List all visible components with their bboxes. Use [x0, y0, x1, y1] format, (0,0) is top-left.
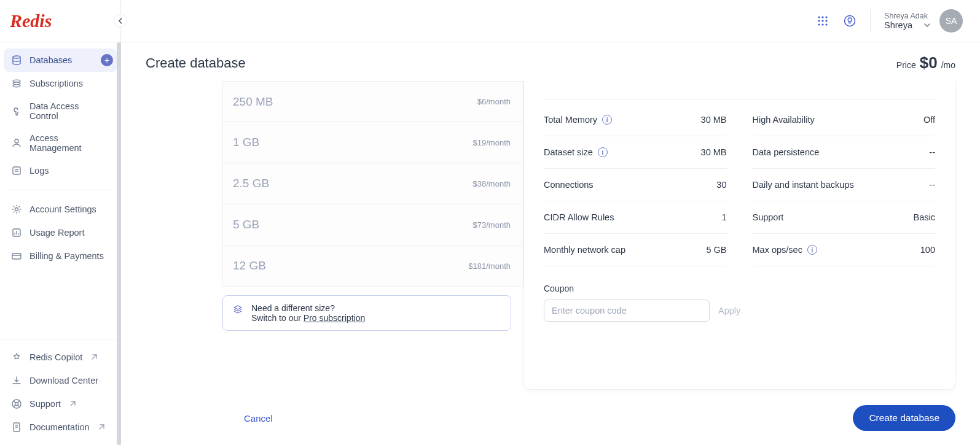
detail-row: Monthly network cap5 GB [544, 234, 727, 266]
chevron-down-icon [923, 21, 931, 29]
nav-label: Download Center [29, 376, 98, 385]
divider [870, 9, 871, 33]
detail-row: SupportBasic [753, 201, 936, 234]
sidebar-item-databases[interactable]: Databases+ [4, 48, 117, 72]
brand-logo[interactable]: Redis [10, 10, 52, 31]
price-display: Price $0/mo [896, 53, 955, 72]
pro-hint-line1: Need a different size? [251, 303, 365, 313]
info-icon[interactable]: i [602, 115, 612, 125]
detail-label: High Availability [753, 115, 815, 125]
coupon-section: Coupon Apply [544, 284, 935, 322]
tier-option[interactable]: 250 MB$6/month [222, 81, 523, 122]
detail-value: Off [923, 115, 935, 125]
nav: Databases+SubscriptionsData Access Contr… [0, 42, 120, 339]
detail-row: Total Memory i30 MB [544, 104, 727, 136]
tier-option[interactable]: 1 GB$19/month [222, 122, 523, 163]
pro-subscription-link[interactable]: Pro subscription [304, 313, 365, 323]
svg-point-12 [821, 20, 823, 21]
detail-label: Daily and instant backups [753, 180, 854, 190]
add-database-icon[interactable]: + [101, 54, 113, 66]
detail-label: Max ops/sec i [753, 245, 817, 255]
sidebar-item-data-access-control[interactable]: Data Access Control [4, 95, 117, 127]
sidebar-item-redis-copilot[interactable]: Redis Copilot [4, 346, 117, 369]
usage-report-icon [11, 227, 22, 238]
topbar: Shreya Adak Shreya SA [121, 0, 980, 42]
page-header: Create database Price $0/mo [121, 42, 980, 81]
sidebar-item-account-settings[interactable]: Account Settings [4, 198, 117, 221]
detail-row: CIDR Allow Rules1 [544, 201, 727, 234]
coupon-apply-button[interactable]: Apply [718, 306, 740, 315]
logo-area: Redis [0, 0, 120, 42]
info-icon[interactable]: i [598, 147, 608, 157]
detail-label: Dataset size i [544, 147, 608, 157]
detail-label: Support [753, 212, 784, 222]
detail-label: CIDR Allow Rules [544, 212, 614, 222]
account-settings-icon [11, 204, 22, 215]
tier-list: 250 MB$6/month1 GB$19/month2.5 GB$38/mon… [222, 81, 523, 331]
plan-details: Total Memory i30 MBDataset size i30 MBCo… [523, 81, 955, 390]
lightbulb-icon[interactable] [843, 14, 857, 28]
detail-row: High AvailabilityOff [753, 104, 936, 136]
detail-row: Connections30 [544, 169, 727, 201]
account-switcher[interactable]: Shreya Adak Shreya SA [884, 9, 963, 33]
sidebar-item-download-center[interactable]: Download Center [4, 369, 117, 392]
price-amount: $0 [920, 53, 938, 72]
sidebar-item-subscriptions[interactable]: Subscriptions [4, 72, 117, 95]
detail-row: Data persistence-- [753, 136, 936, 169]
tier-option[interactable]: 5 GB$73/month [222, 204, 523, 246]
sidebar: Redis Databases+SubscriptionsData Access… [0, 0, 121, 445]
detail-value: 5 GB [706, 245, 726, 255]
nav-label: Redis Copilot [29, 352, 82, 362]
sidebar-item-documentation[interactable]: Documentation [4, 416, 117, 439]
nav-label: Support [29, 399, 61, 409]
logs-icon [11, 165, 22, 176]
create-database-button[interactable]: Create database [853, 405, 955, 431]
sidebar-item-logs[interactable]: Logs [4, 159, 117, 182]
nav-label: Billing & Payments [29, 251, 104, 261]
tier-size: 250 MB [233, 95, 273, 109]
svg-point-10 [825, 16, 827, 18]
nav-label: Documentation [29, 422, 90, 432]
page-title: Create database [146, 55, 246, 71]
sidebar-item-billing-payments[interactable]: Billing & Payments [4, 244, 117, 268]
svg-point-8 [818, 16, 820, 18]
nav-label: Subscriptions [29, 79, 83, 88]
detail-row: Max ops/sec i100 [753, 234, 936, 266]
tier-price: $181/month [468, 261, 511, 271]
nav-label: Databases [29, 55, 72, 65]
svg-rect-4 [12, 253, 21, 259]
main: Shreya Adak Shreya SA Create database Pr… [121, 0, 980, 445]
sidebar-item-usage-report[interactable]: Usage Report [4, 221, 117, 244]
svg-point-14 [818, 23, 820, 25]
detail-label: Monthly network cap [544, 245, 625, 255]
svg-point-0 [15, 139, 18, 143]
tier-option[interactable]: 2.5 GB$38/month [222, 163, 523, 204]
tier-option[interactable]: 12 GB$181/month [222, 246, 523, 287]
sidebar-scrollbar[interactable] [117, 42, 121, 445]
detail-value: 30 MB [701, 115, 727, 125]
billing-payments-icon [11, 250, 22, 261]
price-unit: /mo [941, 60, 955, 70]
databases-icon [11, 55, 22, 66]
sidebar-item-support[interactable]: Support [4, 392, 117, 416]
download-center-icon [11, 375, 22, 386]
tier-size: 5 GB [233, 218, 259, 231]
info-icon[interactable]: i [807, 245, 817, 255]
access-management-icon [11, 137, 22, 149]
cancel-button[interactable]: Cancel [244, 413, 273, 424]
apps-grid-icon[interactable] [816, 14, 829, 28]
sidebar-item-access-management[interactable]: Access Management [4, 127, 117, 159]
svg-point-6 [15, 403, 18, 406]
avatar[interactable]: SA [939, 9, 963, 33]
content: 250 MB$6/month1 GB$19/month2.5 GB$38/mon… [121, 81, 980, 445]
stack-icon [233, 304, 243, 316]
footer-actions: Cancel Create database [121, 391, 980, 445]
redis-copilot-icon [11, 352, 22, 363]
coupon-input[interactable] [544, 300, 710, 322]
pro-hint: Need a different size? Switch to our Pro… [222, 295, 511, 331]
price-label: Price [896, 60, 916, 70]
account-name: Shreya [884, 20, 912, 30]
tier-price: $38/month [473, 179, 511, 188]
divider [544, 99, 935, 100]
detail-value: 30 [716, 180, 726, 190]
